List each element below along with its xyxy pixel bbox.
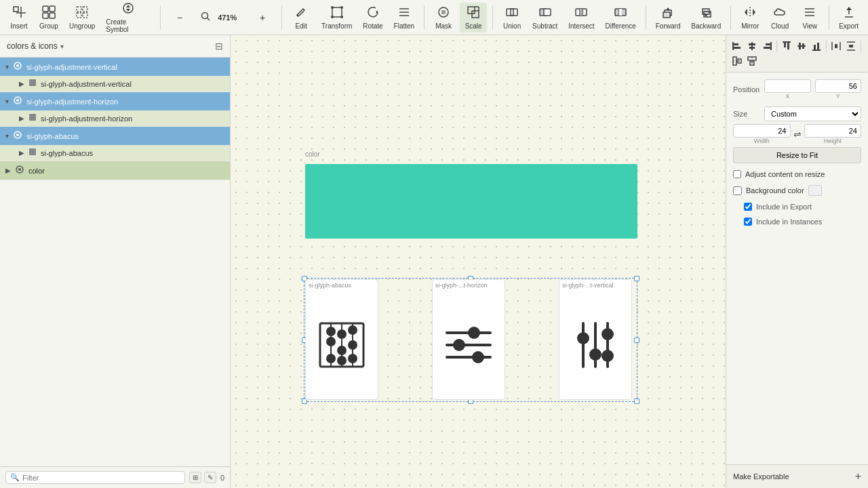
align-extra-2[interactable] [745,54,759,68]
union-icon [505,5,519,21]
include-instances-checkbox[interactable] [744,218,752,226]
union-tool[interactable]: Union [498,3,526,33]
adjust-content-row: Adjust content on resize [733,170,861,178]
align-right-button[interactable] [760,39,774,53]
svg-point-77 [337,356,347,365]
difference-tool[interactable]: Difference [601,3,640,33]
insert-tool[interactable]: Insert [5,3,33,33]
backward-tool[interactable]: Backward [687,3,725,33]
export-label: Export [839,22,859,30]
rotate-tool[interactable]: Rotate [359,3,387,33]
resize-to-fit-button[interactable]: Resize to Fit [733,147,861,163]
svg-point-64 [16,134,19,136]
edit-tool[interactable]: Edit [288,3,315,33]
svg-rect-108 [802,43,804,49]
export-tool[interactable]: Export [835,3,863,33]
include-export-checkbox[interactable] [744,203,752,211]
tree-group-header-adjustment-vertical[interactable]: ▾ si-glyph-adjustment-vertical [0,58,230,76]
icon-frame-horizon[interactable]: si-glyph-...t-horizon [432,279,505,400]
background-color-swatch[interactable] [808,185,822,196]
svg-rect-6 [50,13,55,18]
group-tool[interactable]: Group [35,3,62,33]
sidebar-collapse-button[interactable]: ⊟ [215,41,223,52]
filter-input-wrap: 🔍 [5,471,185,484]
align-left-button[interactable] [730,39,744,53]
icon-frame-label-horizon: si-glyph-...t-horizon [433,280,505,290]
tree-child-adjustment-vertical[interactable]: ▶ si-glyph-adjustment-vertical [0,76,230,92]
make-exportable-button[interactable]: + [855,470,861,483]
svg-point-93 [601,350,614,362]
tree-group-color: ▶ color [0,161,230,180]
svg-point-80 [348,354,357,363]
forward-tool[interactable]: Forward [652,3,685,33]
icon-frame-content-vertical [566,290,625,399]
tree-group-header-color[interactable]: ▶ color [0,161,230,180]
tree-child-abacus[interactable]: ▶ si-glyph-abacus [0,145,230,161]
size-dropdown[interactable]: Custom Fixed Stretch [764,106,861,121]
svg-rect-59 [29,79,36,86]
svg-rect-101 [766,43,771,45]
canvas[interactable]: color si-glyph-abacus [231,35,726,488]
flatten-tool[interactable]: Flatten [390,3,419,33]
ungroup-tool[interactable]: Ungroup [65,3,99,33]
svg-rect-104 [784,42,786,47]
icon-frame-label-abacus: si-glyph-abacus [306,280,378,290]
tree-child-label-3: si-glyph-abacus [41,149,93,157]
zoom-in-tool[interactable]: + [249,10,276,25]
position-x-input[interactable] [764,79,811,93]
align-bottom-button[interactable] [810,39,823,53]
distribute-v-button[interactable] [844,39,858,53]
icon-frame-vertical[interactable]: si-glyph-...t-vertical [559,279,632,400]
svg-point-73 [326,337,336,346]
divider-5 [646,5,646,30]
size-wh-row: Width ⇌ Height [733,124,861,144]
mirror-tool[interactable]: Mirror [736,3,764,33]
divider-6 [730,5,731,30]
transform-tool[interactable]: Transform [317,3,356,33]
subtract-tool[interactable]: Subtract [528,3,561,33]
filter-input[interactable] [22,474,180,482]
align-center-v-button[interactable] [795,39,808,53]
width-input[interactable] [733,124,791,138]
svg-rect-110 [814,45,816,50]
position-y-wrap: Y [815,79,862,100]
tree-group-header-adjustment-horizon[interactable]: ▾ si-glyph-adjustment-horizon [0,92,230,110]
tree-child-adjustment-horizon[interactable]: ▶ si-glyph-adjustment-horizon [0,110,230,126]
zoom-tool[interactable]: 471% [196,8,246,26]
view-tool[interactable]: View [796,3,823,33]
main-layout: colors & icons ▾ ⊟ ▾ si-glyph-adjustment… [0,35,868,488]
link-icon[interactable]: ⇌ [793,129,802,140]
align-top-button[interactable] [780,39,793,53]
svg-rect-17 [332,7,342,17]
align-center-h-button[interactable] [745,39,759,53]
edit-view-button[interactable]: ✎ [204,472,216,483]
position-y-input[interactable] [815,79,862,93]
align-extra-1[interactable] [730,54,744,68]
subtract-icon [538,5,552,21]
size-label-row: Size Custom Fixed Stretch [733,106,861,121]
handle-tr[interactable] [634,276,639,281]
tree-child-label: si-glyph-adjustment-vertical [41,80,132,88]
mask-tool[interactable]: Mask [430,3,457,33]
scale-tool[interactable]: Scale [460,3,487,33]
handle-br[interactable] [634,399,639,404]
icon-frame-abacus[interactable]: si-glyph-abacus [305,279,378,400]
color-rectangle[interactable] [305,164,637,239]
distribute-h-button[interactable] [829,39,843,53]
height-input[interactable] [804,124,862,138]
svg-rect-32 [507,9,513,16]
background-color-checkbox[interactable] [733,186,742,195]
zoom-out-tool[interactable]: − [166,10,193,25]
svg-point-76 [337,346,347,355]
grid-view-button[interactable]: ⊞ [189,472,201,483]
cloud-tool[interactable]: Cloud [766,3,793,33]
group-symbol-icon-4 [15,165,24,176]
handle-mr[interactable] [634,338,639,343]
create-symbol-tool[interactable]: Create Symbol [102,0,155,36]
svg-rect-8 [83,7,87,12]
intersect-icon [574,5,588,21]
tree-group-header-abacus[interactable]: ▾ si-glyph-abacus [0,127,230,145]
adjust-content-checkbox[interactable] [733,170,741,178]
intersect-tool[interactable]: Intersect [564,3,598,33]
sidebar-title-text: colors & icons [7,41,58,51]
